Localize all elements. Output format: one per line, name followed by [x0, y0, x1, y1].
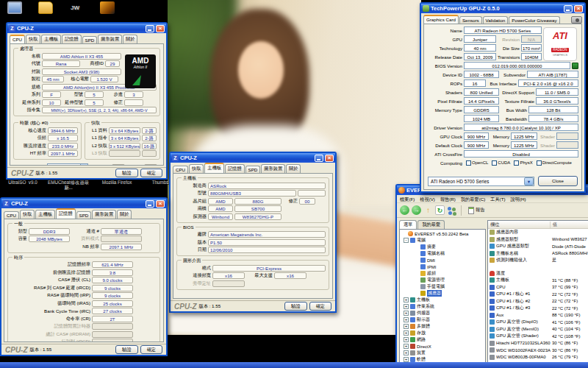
shortcut-label[interactable]: EMUCheat修改器最新...: [47, 180, 90, 190]
close-button[interactable]: [574, 5, 583, 13]
tree-item[interactable]: 電腦名稱: [400, 250, 485, 257]
expander-icon[interactable]: +: [404, 350, 409, 355]
sensor-row[interactable]: CPU #1 / 核心 #3 22 °C (72 °F): [488, 305, 588, 312]
ok-button[interactable]: 確定: [140, 169, 162, 177]
sensor-row[interactable]: WDC WD800JB-00FMA0 26 °C (79 °F): [488, 354, 588, 361]
tree-item[interactable]: + 存放: [400, 330, 485, 336]
tree-item[interactable]: 摘要: [400, 244, 485, 250]
tab[interactable]: 圖形裝置: [98, 35, 122, 43]
tree-item[interactable]: + 伺服器: [400, 310, 485, 316]
menu-item[interactable]: 我的最愛(C): [461, 197, 485, 201]
back-icon[interactable]: ←: [400, 205, 409, 215]
tree-item[interactable]: IPMI: [400, 263, 485, 270]
title-bar[interactable]: TechPowerUp GPU-Z 0.5.0: [421, 4, 584, 13]
validate-button[interactable]: 驗證: [115, 169, 137, 177]
tab[interactable]: 快取: [20, 210, 35, 219]
close-button[interactable]: [325, 155, 334, 162]
sensor-row[interactable]: CPU #1 / 核心 #1 22 °C (72 °F): [488, 291, 588, 298]
expander-icon[interactable]: +: [404, 324, 409, 329]
tab[interactable]: 主機板: [35, 210, 55, 219]
taskbar[interactable]: [0, 362, 588, 368]
minimize-button[interactable]: [564, 5, 573, 13]
folder-icon[interactable]: [38, 1, 53, 14]
expander-icon[interactable]: +: [404, 311, 409, 316]
tree-item[interactable]: DMI: [400, 257, 485, 263]
tab[interactable]: 圖形裝置: [261, 164, 285, 173]
sensor-row[interactable]: Hitachi HDT721032SLA360 30 °C (86 °F): [488, 340, 588, 347]
menu-item[interactable]: 工具(T): [490, 197, 505, 201]
tab[interactable]: 記憶體: [62, 35, 82, 43]
sensor-row[interactable]: GPU 真空管 (MemIO) 40 °C (104 °F): [488, 326, 588, 333]
up-icon[interactable]: ↑: [423, 205, 433, 215]
close-button[interactable]: [156, 200, 165, 208]
tab[interactable]: 關於: [123, 35, 137, 43]
refresh-icon[interactable]: ↻: [435, 205, 445, 215]
tab[interactable]: 快取: [26, 35, 40, 43]
validate-button[interactable]: 驗證: [284, 302, 306, 311]
tab[interactable]: SPD: [82, 36, 98, 43]
sensor-row[interactable]: Aux 88 °C (190 °F): [488, 312, 588, 319]
expander-icon[interactable]: +: [404, 330, 409, 336]
shortcut-label[interactable]: UltraISO_v9.0: [0, 180, 46, 185]
validate-button[interactable]: 驗證: [115, 345, 137, 354]
title-bar[interactable]: CPU-Z: [171, 153, 335, 163]
tree-item[interactable]: + 主機板: [400, 297, 485, 303]
tab[interactable]: 記憶體: [56, 208, 76, 219]
sensor-row[interactable]: GPU 真空管 (DispIO) 41 °C (106 °F): [488, 319, 588, 326]
tab[interactable]: 圖形裝置: [92, 210, 116, 219]
sensor-row[interactable]: 溫度: [488, 270, 588, 277]
pane-tab[interactable]: 我的最愛: [417, 220, 445, 229]
tree-item[interactable]: 手提電腦: [400, 283, 485, 290]
ok-button[interactable]: 確定: [309, 302, 331, 311]
tree-item[interactable]: 超頻: [400, 270, 485, 277]
tab[interactable]: SPD: [245, 166, 261, 173]
menu-item[interactable]: 說明(H): [511, 197, 526, 201]
users-icon[interactable]: [447, 205, 457, 215]
shortcut-label[interactable]: Mozilla Firefox: [100, 180, 134, 185]
column-header-field[interactable]: 欄位: [488, 222, 551, 228]
computing-checkbox[interactable]: PhysX: [514, 160, 532, 166]
computing-checkbox[interactable]: CUDA: [492, 160, 510, 166]
sensor-row[interactable]: CPU #1 / 核心 #2 22 °C (72 °F): [488, 298, 588, 305]
game-icon[interactable]: [100, 1, 115, 14]
ok-button[interactable]: 確定: [140, 345, 162, 354]
title-bar[interactable]: CPU-Z: [1, 199, 166, 208]
tree-item[interactable]: + 多媒體: [400, 323, 485, 330]
tab[interactable]: CPU: [173, 166, 188, 173]
menu-item[interactable]: 報告(R): [440, 197, 456, 201]
computing-checkbox[interactable]: OpenCL: [466, 160, 488, 166]
gpu-select[interactable]: ATI Radeon HD 5700 Series▼: [428, 177, 534, 186]
expander-icon[interactable]: +: [404, 344, 409, 349]
expander-icon[interactable]: +: [404, 357, 409, 362]
sensor-row[interactable]: GPU 感應器類型 Diode (ATI-Diode: [488, 243, 588, 250]
forward-icon[interactable]: →: [412, 205, 421, 215]
bios-chip-icon[interactable]: [572, 63, 578, 69]
menu-item[interactable]: 檢視(V): [420, 197, 435, 201]
tree-item[interactable]: 感應器: [400, 290, 485, 297]
expander-icon[interactable]: +: [404, 297, 409, 302]
tree-item[interactable]: 電源管理: [400, 277, 485, 283]
tab[interactable]: CPU: [10, 35, 25, 43]
camera-icon[interactable]: [571, 16, 582, 24]
sensor-row[interactable]: WDC WD1002FAEX-0023A0 30 °C (86 °F): [488, 347, 588, 354]
tab[interactable]: 主機板: [204, 163, 224, 173]
menu-item[interactable]: 檔案(F): [400, 197, 415, 201]
tree-item[interactable]: + DirectX: [400, 343, 485, 350]
minimize-button[interactable]: [146, 25, 154, 32]
sensor-row[interactable]: CPU 37 °C (99 °F): [488, 284, 588, 291]
tree-item[interactable]: - 電腦: [400, 237, 485, 244]
tab[interactable]: CPU: [4, 211, 19, 219]
jw-logo-icon[interactable]: JW: [68, 1, 82, 14]
expander-icon[interactable]: +: [404, 304, 409, 309]
tab[interactable]: 關於: [117, 210, 132, 219]
tab[interactable]: 快取: [189, 164, 204, 173]
expander-icon[interactable]: +: [404, 337, 409, 342]
my-computer-icon[interactable]: [7, 1, 22, 14]
sensor-row[interactable]: 感應器內容: [488, 229, 588, 236]
tab[interactable]: SPD: [76, 211, 92, 219]
tree-item[interactable]: EVEREST v5.50.2242 Beta: [400, 230, 485, 237]
sensor-row[interactable]: 主機板 31 °C (88 °F): [488, 277, 588, 284]
close-button-gpuz[interactable]: Close: [538, 176, 578, 186]
title-bar[interactable]: CPU-Z: [7, 24, 166, 33]
tree-item[interactable]: + 裝置: [400, 350, 485, 356]
